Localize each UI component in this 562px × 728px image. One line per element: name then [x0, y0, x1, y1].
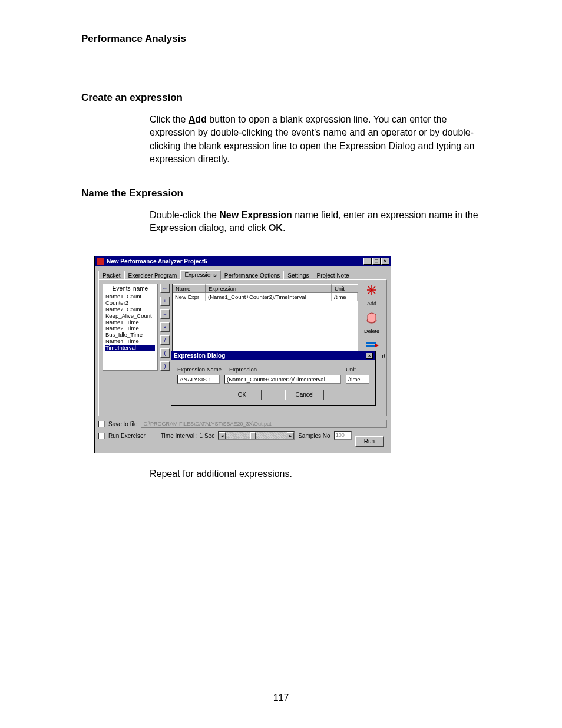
- run-button[interactable]: Run: [355, 436, 384, 447]
- tab-exerciser-program[interactable]: Exerciser Program: [124, 271, 181, 280]
- time-interval-slider[interactable]: ◄ ►: [218, 431, 295, 440]
- new-expression-bold: New Expression: [219, 210, 292, 220]
- add-icon[interactable]: [364, 284, 379, 297]
- maximize-button[interactable]: □: [372, 258, 381, 265]
- samples-no-label: Samples No: [298, 433, 330, 439]
- text: Double-click the: [150, 210, 219, 220]
- dialog-ok-button[interactable]: OK: [223, 390, 262, 400]
- window-title: New Performance Analyzer Project5: [107, 258, 207, 265]
- cell-name[interactable]: New Expr: [173, 293, 206, 301]
- close-button[interactable]: ×: [381, 258, 389, 265]
- svg-rect-6: [366, 345, 376, 347]
- page-number: 117: [0, 693, 562, 703]
- op-minus-button[interactable]: −: [160, 309, 170, 319]
- cell-expression[interactable]: (Name1_Count+Counter2)/TimeInterval: [206, 293, 332, 301]
- tab-settings[interactable]: Settings: [283, 271, 313, 280]
- app-icon: [97, 258, 104, 265]
- tab-panel: Events' name Name1_Count Counter2 Name7_…: [98, 279, 387, 416]
- tab-project-note[interactable]: Project Note: [313, 271, 353, 280]
- heading-create-expression: Create an expression: [81, 92, 509, 104]
- tab-packet[interactable]: Packet: [98, 271, 125, 280]
- slider-thumb[interactable]: [250, 432, 256, 439]
- dialog-titlebar: Expression Dialog ×: [171, 351, 375, 360]
- col-header-expression: Expression: [206, 284, 332, 292]
- op-plus-button[interactable]: +: [160, 297, 170, 306]
- event-item[interactable]: Name7_Count: [105, 307, 155, 313]
- run-exerciser-checkbox[interactable]: [98, 433, 105, 439]
- time-interval-label: Time Interval : 1 Sec: [161, 433, 214, 439]
- tab-performance-options[interactable]: Performance Options: [220, 271, 285, 280]
- expression-dialog: Expression Dialog × Expression Name Expr…: [171, 351, 376, 406]
- heading-name-expression: Name the Expression: [81, 187, 509, 199]
- save-to-file-checkbox[interactable]: [98, 421, 105, 427]
- dialog-expression-field[interactable]: (Name1_Count+Counter2)/TimeInterval: [224, 375, 341, 384]
- events-title: Events' name: [105, 285, 155, 292]
- dialog-col-expression: Expression: [229, 366, 340, 373]
- col-header-name: Name: [173, 284, 206, 292]
- events-listbox[interactable]: Events' name Name1_Count Counter2 Name7_…: [103, 284, 158, 371]
- tab-expressions[interactable]: Expressions: [180, 270, 220, 280]
- delete-label: Delete: [364, 329, 379, 334]
- col-header-unit: Unit: [332, 284, 358, 292]
- dialog-col-name: Expression Name: [177, 366, 223, 373]
- paragraph-name: Double-click the New Expression name fie…: [150, 209, 491, 235]
- event-item[interactable]: Keep_Alive_Count: [105, 313, 155, 319]
- save-path-field[interactable]: C:\PROGRAM FILES\CATALYST\SBAE20_3X\Out.…: [141, 420, 387, 428]
- add-label: Add: [367, 301, 376, 307]
- dialog-cancel-button[interactable]: Cancel: [285, 390, 324, 400]
- run-exerciser-label: Run Exerciser: [108, 433, 146, 439]
- dialog-close-button[interactable]: ×: [366, 353, 373, 359]
- dialog-name-field[interactable]: ANALYSIS 1: [177, 375, 220, 384]
- save-to-file-label: Save to file: [108, 421, 137, 427]
- table-row[interactable]: New Expr (Name1_Count+Counter2)/TimeInte…: [173, 293, 358, 301]
- minimize-button[interactable]: _: [363, 258, 372, 265]
- samples-no-field[interactable]: 100: [334, 431, 352, 440]
- paragraph-repeat: Repeat for additional expressions.: [150, 467, 491, 480]
- report-icon[interactable]: [364, 339, 379, 352]
- app-window: New Performance Analyzer Project5 _ □ × …: [94, 256, 391, 453]
- tabs-row: Packet Exerciser Program Expressions Per…: [95, 266, 391, 279]
- op-lparen-button[interactable]: (: [160, 348, 170, 358]
- add-word-rest: dd: [195, 114, 207, 124]
- svg-rect-5: [366, 342, 376, 344]
- add-word-underline: A: [189, 114, 196, 124]
- event-item-selected[interactable]: TimeInterval: [105, 345, 155, 351]
- dialog-title: Expression Dialog: [174, 353, 225, 359]
- titlebar: New Performance Analyzer Project5 _ □ ×: [95, 256, 391, 266]
- dialog-unit-field[interactable]: /time: [346, 375, 369, 384]
- dialog-col-unit: Unit: [346, 366, 369, 373]
- op-multiply-button[interactable]: ×: [160, 322, 170, 332]
- op-divide-button[interactable]: /: [160, 335, 170, 345]
- partial-label: rt: [382, 353, 386, 359]
- slider-right-arrow[interactable]: ►: [287, 432, 294, 439]
- slider-left-arrow[interactable]: ◄: [219, 432, 226, 439]
- delete-icon[interactable]: [364, 311, 379, 324]
- text: Click the: [150, 114, 189, 124]
- operator-buttons: ← + − × / ( ): [160, 284, 170, 371]
- ok-bold: OK: [269, 223, 283, 233]
- text: .: [283, 223, 285, 233]
- paragraph-create: Click the Add button to open a blank exp…: [150, 113, 491, 166]
- op-insert-button[interactable]: ←: [160, 284, 170, 293]
- section-title: Performance Analysis: [81, 33, 509, 45]
- op-rparen-button[interactable]: ): [160, 361, 170, 371]
- cell-unit[interactable]: /time: [332, 293, 358, 301]
- bottom-panel: Save to file C:\PROGRAM FILES\CATALYST\S…: [95, 420, 391, 453]
